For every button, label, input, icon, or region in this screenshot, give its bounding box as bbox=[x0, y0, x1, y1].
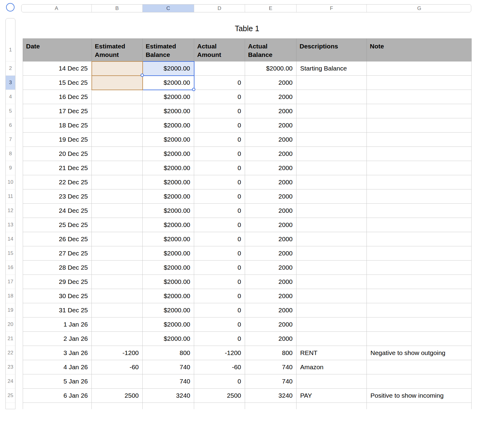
cell-F6[interactable] bbox=[297, 118, 367, 133]
column-tab-B[interactable]: B bbox=[92, 5, 143, 12]
cell-G18[interactable] bbox=[367, 289, 472, 303]
cell-D2[interactable] bbox=[194, 61, 245, 76]
cell-D7[interactable]: 0 bbox=[194, 133, 245, 147]
cell-A16[interactable]: 28 Dec 25 bbox=[23, 261, 92, 275]
row-tab-13[interactable]: 13 bbox=[6, 218, 15, 232]
cell-F14[interactable] bbox=[297, 232, 367, 246]
cell-C26[interactable] bbox=[143, 403, 194, 409]
cell-D3[interactable]: 0 bbox=[194, 76, 245, 90]
cell-C12[interactable]: $2000.00 bbox=[143, 204, 194, 218]
cell-F25[interactable]: PAY bbox=[297, 389, 367, 403]
cell-G23[interactable] bbox=[367, 360, 472, 374]
cell-F26[interactable] bbox=[297, 403, 367, 409]
cell-C24[interactable]: 740 bbox=[143, 374, 194, 389]
cell-G21[interactable] bbox=[367, 332, 472, 346]
cell-B23[interactable]: -60 bbox=[92, 360, 143, 374]
row-header-strip[interactable]: 1234567891011121314151617181920212223242… bbox=[5, 18, 15, 409]
cell-C19[interactable]: $2000.00 bbox=[143, 303, 194, 317]
row-tab-3[interactable]: 3 bbox=[6, 76, 15, 90]
cell-C16[interactable]: $2000.00 bbox=[143, 261, 194, 275]
row-tab-25[interactable]: 25 bbox=[6, 389, 15, 403]
cell-D19[interactable]: 0 bbox=[194, 303, 245, 317]
cell-D24[interactable]: 0 bbox=[194, 374, 245, 389]
cell-D17[interactable]: 0 bbox=[194, 275, 245, 289]
cell-E4[interactable]: 2000 bbox=[245, 90, 297, 104]
cell-F17[interactable] bbox=[297, 275, 367, 289]
cell-C18[interactable]: $2000.00 bbox=[143, 289, 194, 303]
cell-G15[interactable] bbox=[367, 246, 472, 261]
cell-B11[interactable] bbox=[92, 189, 143, 204]
cell-G14[interactable] bbox=[367, 232, 472, 246]
cell-C17[interactable]: $2000.00 bbox=[143, 275, 194, 289]
cell-E12[interactable]: 2000 bbox=[245, 204, 297, 218]
cell-F20[interactable] bbox=[297, 317, 367, 332]
cell-C21[interactable]: $2000.00 bbox=[143, 332, 194, 346]
cell-B15[interactable] bbox=[92, 246, 143, 261]
column-tab-E[interactable]: E bbox=[245, 5, 297, 12]
cell-E17[interactable]: 2000 bbox=[245, 275, 297, 289]
selection-handle-bottom[interactable] bbox=[192, 88, 195, 91]
cell-C11[interactable]: $2000.00 bbox=[143, 189, 194, 204]
cell-F11[interactable] bbox=[297, 189, 367, 204]
cell-A12[interactable]: 24 Dec 25 bbox=[23, 204, 92, 218]
cell-D8[interactable]: 0 bbox=[194, 147, 245, 161]
cell-A26[interactable] bbox=[23, 403, 92, 409]
cell-E6[interactable]: 2000 bbox=[245, 118, 297, 133]
column-tab-G[interactable]: G bbox=[367, 5, 471, 12]
cell-F16[interactable] bbox=[297, 261, 367, 275]
cell-A18[interactable]: 30 Dec 25 bbox=[23, 289, 92, 303]
column-tab-A[interactable]: A bbox=[22, 5, 92, 12]
cell-E11[interactable]: 2000 bbox=[245, 189, 297, 204]
cell-G11[interactable] bbox=[367, 189, 472, 204]
cell-D11[interactable]: 0 bbox=[194, 189, 245, 204]
cell-D26[interactable] bbox=[194, 403, 245, 409]
cell-G19[interactable] bbox=[367, 303, 472, 317]
cell-F15[interactable] bbox=[297, 246, 367, 261]
cell-A23[interactable]: 4 Jan 26 bbox=[23, 360, 92, 374]
cell-E9[interactable]: 2000 bbox=[245, 161, 297, 175]
cell-B8[interactable] bbox=[92, 147, 143, 161]
table-select-circle-icon[interactable] bbox=[6, 3, 15, 12]
header-cell-E1[interactable]: Actual Balance bbox=[245, 39, 297, 61]
cell-G3[interactable] bbox=[367, 76, 472, 90]
cell-D16[interactable]: 0 bbox=[194, 261, 245, 275]
cell-E10[interactable]: 2000 bbox=[245, 175, 297, 189]
cell-E21[interactable]: 2000 bbox=[245, 332, 297, 346]
cell-G16[interactable] bbox=[367, 261, 472, 275]
cell-A10[interactable]: 22 Dec 25 bbox=[23, 175, 92, 189]
cell-F12[interactable] bbox=[297, 204, 367, 218]
row-tab-21[interactable]: 21 bbox=[6, 332, 15, 346]
cell-B2[interactable] bbox=[92, 61, 143, 76]
row-tab-1[interactable]: 1 bbox=[6, 39, 15, 61]
cell-B13[interactable] bbox=[92, 218, 143, 232]
cell-E20[interactable]: 2000 bbox=[245, 317, 297, 332]
cell-G20[interactable] bbox=[367, 317, 472, 332]
cell-B7[interactable] bbox=[92, 133, 143, 147]
row-tab-24[interactable]: 24 bbox=[6, 374, 15, 389]
row-tab-6[interactable]: 6 bbox=[6, 118, 15, 133]
cell-E7[interactable]: 2000 bbox=[245, 133, 297, 147]
cell-D9[interactable]: 0 bbox=[194, 161, 245, 175]
row-tab-20[interactable]: 20 bbox=[6, 317, 15, 332]
cell-A2[interactable]: 14 Dec 25 bbox=[23, 61, 92, 76]
cell-D12[interactable]: 0 bbox=[194, 204, 245, 218]
row-tab-14[interactable]: 14 bbox=[6, 232, 15, 246]
cell-G12[interactable] bbox=[367, 204, 472, 218]
row-tab-17[interactable]: 17 bbox=[6, 275, 15, 289]
cell-A3[interactable]: 15 Dec 25 bbox=[23, 76, 92, 90]
cell-B18[interactable] bbox=[92, 289, 143, 303]
cell-B19[interactable] bbox=[92, 303, 143, 317]
cell-C7[interactable]: $2000.00 bbox=[143, 133, 194, 147]
cell-C20[interactable]: $2000.00 bbox=[143, 317, 194, 332]
cell-C9[interactable]: $2000.00 bbox=[143, 161, 194, 175]
cell-E5[interactable]: 2000 bbox=[245, 104, 297, 118]
cell-F22[interactable]: RENT bbox=[297, 346, 367, 360]
cell-E22[interactable]: 800 bbox=[245, 346, 297, 360]
header-cell-A1[interactable]: Date bbox=[23, 39, 92, 61]
cell-B22[interactable]: -1200 bbox=[92, 346, 143, 360]
cell-F10[interactable] bbox=[297, 175, 367, 189]
cell-B24[interactable] bbox=[92, 374, 143, 389]
row-tab-18[interactable]: 18 bbox=[6, 289, 15, 303]
cell-B20[interactable] bbox=[92, 317, 143, 332]
cell-D22[interactable]: -1200 bbox=[194, 346, 245, 360]
